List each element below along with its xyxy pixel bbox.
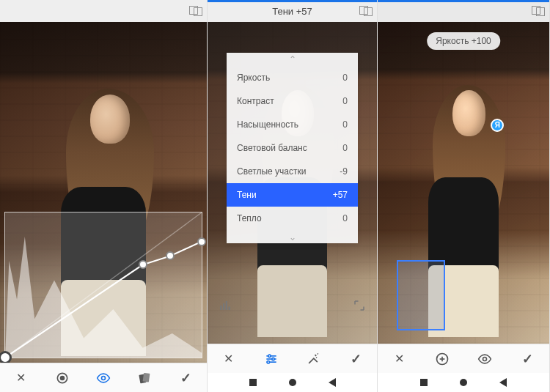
home-button[interactable] bbox=[460, 379, 467, 386]
svg-point-12 bbox=[268, 355, 270, 357]
auto-button[interactable] bbox=[301, 347, 325, 371]
tune-value: 0 bbox=[342, 143, 348, 153]
caret-up-icon[interactable]: ⌃ bbox=[227, 53, 358, 66]
tune-value: 0 bbox=[342, 73, 348, 83]
android-navbar bbox=[378, 373, 549, 392]
tune-row-shadows[interactable]: Тени +57 bbox=[227, 183, 358, 207]
bottom-toolbar bbox=[208, 344, 377, 373]
tune-row-brightness[interactable]: Яркость 0 bbox=[227, 66, 358, 89]
tune-label: Светлые участки bbox=[237, 166, 306, 177]
tune-label: Яркость bbox=[237, 73, 270, 83]
tune-label: Тепло bbox=[237, 213, 262, 223]
tune-row-contrast[interactable]: Контраст 0 bbox=[227, 89, 358, 113]
tune-row-ambiance[interactable]: Световой баланс 0 bbox=[227, 136, 358, 160]
photo-area[interactable] bbox=[0, 22, 207, 363]
home-button[interactable] bbox=[289, 379, 296, 386]
svg-rect-4 bbox=[143, 372, 150, 382]
curve-handle-start[interactable] bbox=[0, 351, 12, 363]
histogram-button[interactable] bbox=[213, 294, 237, 317]
tune-value: +57 bbox=[333, 190, 348, 200]
adjust-pill: Яркость +100 bbox=[427, 32, 500, 50]
compare-icon[interactable] bbox=[189, 6, 202, 16]
curve-handle-mid[interactable] bbox=[139, 260, 147, 269]
android-navbar bbox=[208, 373, 377, 392]
tune-menu: ⌃ Яркость 0 Контраст 0 Насыщенность 0 Св… bbox=[227, 53, 358, 243]
bottom-toolbar bbox=[378, 344, 549, 373]
photo-area[interactable]: Яркость +100 Я bbox=[378, 22, 549, 344]
svg-point-2 bbox=[101, 376, 105, 380]
tune-label: Световой баланс bbox=[237, 143, 307, 153]
recent-apps-button[interactable] bbox=[249, 379, 257, 386]
apply-button[interactable] bbox=[175, 366, 198, 390]
control-point-label: Я bbox=[495, 121, 500, 129]
curve-editor[interactable] bbox=[4, 212, 202, 358]
topbar: Тени +57 bbox=[208, 0, 377, 22]
tune-label: Контраст bbox=[237, 96, 274, 106]
close-button[interactable] bbox=[217, 347, 241, 371]
apply-button[interactable] bbox=[516, 347, 540, 371]
sliders-button[interactable] bbox=[260, 347, 283, 371]
tune-value: 0 bbox=[342, 213, 348, 223]
back-button[interactable] bbox=[499, 378, 507, 387]
curve-handle-mid2[interactable] bbox=[166, 251, 175, 260]
add-point-button[interactable] bbox=[430, 347, 454, 371]
svg-rect-7 bbox=[226, 301, 227, 310]
tune-row-highlights[interactable]: Светлые участки -9 bbox=[227, 160, 358, 183]
svg-rect-8 bbox=[229, 307, 230, 311]
curve-handle-end[interactable] bbox=[197, 237, 206, 246]
svg-point-14 bbox=[267, 360, 269, 363]
topbar bbox=[0, 0, 207, 22]
svg-point-1 bbox=[60, 376, 64, 380]
svg-rect-6 bbox=[223, 303, 224, 310]
expand-button[interactable] bbox=[348, 294, 371, 317]
curves-panel bbox=[0, 0, 208, 392]
close-button[interactable] bbox=[9, 366, 32, 390]
tune-value: -9 bbox=[340, 166, 348, 177]
luminance-channel-button[interactable] bbox=[51, 366, 74, 390]
bottom-toolbar bbox=[0, 363, 207, 392]
curve-line bbox=[5, 212, 202, 358]
tune-title: Тени +57 bbox=[272, 6, 312, 17]
caret-down-icon[interactable]: ⌃ bbox=[227, 230, 358, 243]
apply-button[interactable] bbox=[344, 347, 367, 371]
compare-icon[interactable] bbox=[359, 6, 373, 16]
tune-value: 0 bbox=[342, 96, 348, 106]
tune-row-saturation[interactable]: Насыщенность 0 bbox=[227, 113, 358, 136]
view-points-button[interactable] bbox=[473, 347, 496, 371]
tune-label: Тени bbox=[237, 190, 257, 200]
svg-rect-5 bbox=[220, 306, 221, 310]
photo-area[interactable]: ⌃ Яркость 0 Контраст 0 Насыщенность 0 Св… bbox=[208, 22, 377, 344]
tune-panel: Тени +57 ⌃ Яркость 0 Контраст 0 Насыщенн… bbox=[208, 0, 378, 392]
topbar bbox=[378, 0, 549, 22]
tune-value: 0 bbox=[342, 119, 348, 130]
selection-marquee[interactable] bbox=[397, 260, 445, 330]
pill-text: Яркость +100 bbox=[436, 36, 491, 46]
back-button[interactable] bbox=[329, 378, 336, 387]
svg-point-18 bbox=[483, 357, 487, 360]
eye-channel-button[interactable] bbox=[92, 366, 115, 390]
svg-point-13 bbox=[271, 358, 274, 360]
tune-label: Насыщенность bbox=[237, 119, 298, 130]
recent-apps-button[interactable] bbox=[420, 379, 428, 386]
selective-panel: Яркость +100 Я bbox=[378, 0, 550, 392]
close-button[interactable] bbox=[387, 347, 411, 371]
styles-button[interactable] bbox=[133, 366, 156, 390]
tune-row-warmth[interactable]: Тепло 0 bbox=[227, 207, 358, 230]
compare-icon[interactable] bbox=[532, 6, 545, 16]
